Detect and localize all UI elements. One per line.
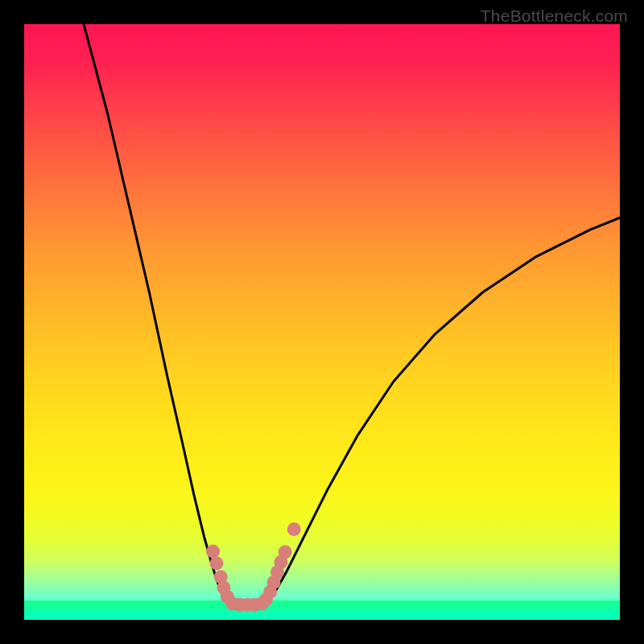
- data-dot: [210, 556, 224, 570]
- bottleneck-curve: [84, 24, 620, 605]
- watermark-text: TheBottleneck.com: [481, 6, 628, 26]
- data-dot: [287, 522, 301, 536]
- data-dots: [206, 522, 301, 612]
- chart-plot-area: [24, 24, 620, 620]
- data-dot: [279, 545, 292, 559]
- chart-svg: [24, 24, 620, 620]
- data-dot: [206, 544, 220, 558]
- curve-path: [84, 24, 620, 605]
